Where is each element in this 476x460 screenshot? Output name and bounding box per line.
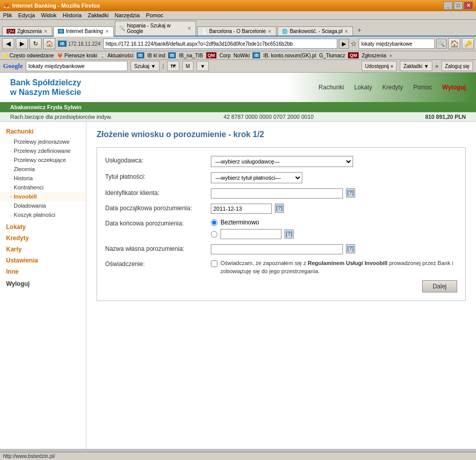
google-bar: Google Szukaj ▼ | 🗺 M ▼ Udostępnij » Zak… [0, 60, 476, 73]
sidebar-item-historia[interactable]: Historia [0, 174, 86, 183]
input-data-koncowa[interactable] [220, 229, 281, 239]
google-bar-more[interactable]: » [435, 63, 438, 69]
sidebar-item-przelewy-oczekujace[interactable]: Przelewy oczekujące [0, 155, 86, 165]
google-search-input[interactable] [26, 61, 128, 71]
tab-close-google[interactable]: ✕ [187, 26, 192, 31]
sidebar-title-lokaty[interactable]: Lokaty [0, 221, 86, 233]
checkbox-oswiadczenie[interactable] [211, 260, 217, 267]
tab-internetbanking[interactable]: IB Internet Banking ✕ [53, 26, 113, 37]
bookmark-corp-label[interactable]: Corp [219, 53, 231, 58]
address-input[interactable] [103, 39, 337, 49]
bookmark-ib-tib-label[interactable]: IB_na_TIB [179, 53, 203, 58]
bookmark-corp[interactable]: QM [206, 52, 217, 58]
label-identyfikator: Identyfikator klienta: [105, 188, 207, 196]
search-go-button[interactable]: 🔍 [436, 39, 447, 49]
sidebar-item-invoobill[interactable]: Invoobill [0, 192, 86, 201]
select-tytul[interactable]: —wybierz tytuł płatności— [211, 172, 302, 183]
help-data-poczatkowa[interactable]: [?] [275, 204, 284, 213]
nav-rachunki[interactable]: Rachunki [319, 84, 344, 91]
help-nazwa[interactable]: [?] [346, 244, 355, 253]
tab-label-google: hispania - Szukaj w Google [127, 23, 185, 34]
sidebar-item-doladowania[interactable]: Doładowania [0, 201, 86, 210]
sidebar-item-przelewy-zdefiniowane[interactable]: Przelewy zdefiniowane [0, 146, 86, 155]
star-icon[interactable]: ☆ [351, 40, 357, 48]
sidebar-title-rachunki[interactable]: Rachunki [0, 126, 86, 137]
google-more-button[interactable]: ▼ [197, 61, 209, 71]
radio-data-konkretna-input[interactable] [211, 231, 217, 238]
tab-close-barcelona[interactable]: ✕ [268, 29, 272, 34]
menu-historia[interactable]: Historia [62, 12, 81, 18]
help-data-koncowa[interactable]: [?] [284, 229, 294, 239]
sidebar-logout[interactable]: Wyloguj [0, 277, 86, 290]
nav-pomoc[interactable]: Pomoc [413, 84, 432, 91]
tab-icon-sciaga: 🌐 [282, 29, 288, 34]
sidebar-item-koszyk[interactable]: Koszyk płatności [0, 210, 86, 219]
nav-kredyty[interactable]: Kredyty [383, 84, 403, 91]
bookmark-tlumacz[interactable]: G_Tłumacz [319, 53, 345, 58]
input-data-poczatkowa[interactable] [211, 204, 272, 214]
bookmark-ib-klind-label[interactable]: IB kl ind [147, 53, 166, 58]
nav-lokaty[interactable]: Lokaty [354, 84, 372, 91]
forward-button[interactable]: ▶ [16, 38, 28, 49]
tab-sciaga[interactable]: 🌐 Bankowość. - Sciaga.pl ✕ [277, 26, 353, 36]
sidebar-title-karty[interactable]: Karty [0, 244, 86, 255]
bookmark-czesto[interactable]: ⭐ Często odwiedzane [2, 53, 54, 58]
input-nazwa[interactable] [211, 244, 343, 254]
reload-button[interactable]: ↻ [29, 38, 42, 49]
menu-widok[interactable]: Widok [41, 12, 57, 18]
zakladki-button[interactable]: Zakładki ▼ [400, 61, 432, 71]
bookmark-ib-tib[interactable]: IB [168, 52, 176, 58]
bookmark-pierwsze[interactable]: 🦊 Pierwsze kroki [57, 53, 97, 58]
bookmark-nowiki[interactable]: NoWiki [234, 53, 250, 58]
sidebar-item-przelewy-jednorazowe[interactable]: Przelewy jednorazowe [0, 137, 86, 146]
sidebar-title-kredyty[interactable]: Kredyty [0, 233, 86, 244]
home-button[interactable]: 🏠 [43, 38, 55, 49]
tab-close-zgloszenia[interactable]: ✕ [44, 29, 48, 34]
bookmarks-more[interactable]: » [389, 53, 392, 58]
google-search-button[interactable]: Szukaj ▼ [131, 61, 160, 71]
next-button[interactable]: Dalej [422, 280, 457, 292]
bookmark-ib-novum-label[interactable]: IB. konto.novum(GK).pl [263, 53, 316, 58]
bookmark-qm-label[interactable]: Zgłoszenia [362, 53, 386, 58]
bookmark-aktualnosci[interactable]: 📰 Aktualności [100, 53, 133, 58]
account-label: Rach.bieżące dla przedsiębiorców indyw. [10, 114, 112, 120]
menu-edycja[interactable]: Edycja [18, 12, 35, 18]
bookmark-ib-novum[interactable]: IB [252, 52, 260, 58]
close-button[interactable]: ✕ [464, 2, 473, 10]
new-tab-button[interactable]: + [354, 24, 364, 36]
sidebar-item-kontrahenci[interactable]: Kontrahenci [0, 183, 86, 192]
menu-zakladki[interactable]: Zakładki [88, 12, 109, 18]
maximize-button[interactable]: □ [454, 2, 463, 10]
browser-search-input[interactable] [359, 39, 435, 49]
tab-barcelona[interactable]: 📄 Barcelona - O Barcelonie ✕ [197, 26, 277, 36]
menu-narzedzia[interactable]: Narzędzia [115, 12, 140, 18]
google-mail-button[interactable]: M [182, 61, 194, 71]
sidebar-title-inne[interactable]: Inne [0, 266, 86, 277]
menu-plik[interactable]: Plik [3, 12, 12, 18]
menu-pomoc[interactable]: Pomoc [146, 12, 163, 18]
home2-button[interactable]: 🏠 [448, 38, 460, 49]
tab-close-ib[interactable]: ✕ [105, 29, 109, 34]
tab-close-sciaga[interactable]: ✕ [344, 29, 348, 34]
tab-label-barcelona: Barcelona - O Barcelonie [209, 28, 266, 34]
nav-wyloguj[interactable]: Wyloguj [442, 84, 466, 91]
bookmark-ib-klind[interactable]: IB [137, 52, 144, 58]
tab-zgloszenia[interactable]: QM Zgłoszenia ✕ [2, 26, 52, 36]
minimize-button[interactable]: _ [443, 2, 453, 10]
udostepnij-button[interactable]: Udostępnij » [362, 61, 397, 71]
radio-bezterminowo-input[interactable] [211, 219, 217, 226]
tab-icon-ib: IB [58, 29, 64, 34]
sidebar-item-zlecenia[interactable]: Zlecenia [0, 165, 86, 174]
bookmark-qm-zgloszenia[interactable]: QM [348, 52, 359, 58]
go-button[interactable]: ▶ [339, 39, 349, 49]
select-uslugodawca[interactable]: —wybierz usługodawcę— [211, 156, 353, 167]
ib-badge: IB [58, 41, 67, 47]
back-button[interactable]: ◀ [2, 38, 14, 49]
key-button[interactable]: 🔑 [462, 38, 474, 49]
google-maps-button[interactable]: 🗺 [167, 61, 179, 71]
login-button[interactable]: Zaloguj się [441, 61, 473, 71]
sidebar-title-ustawienia[interactable]: Ustawienia [0, 255, 86, 266]
tab-google[interactable]: 🔍 hispania - Szukaj w Google ✕ [115, 21, 196, 36]
help-identyfikator[interactable]: [?] [346, 188, 355, 198]
input-identyfikator[interactable] [211, 188, 343, 199]
